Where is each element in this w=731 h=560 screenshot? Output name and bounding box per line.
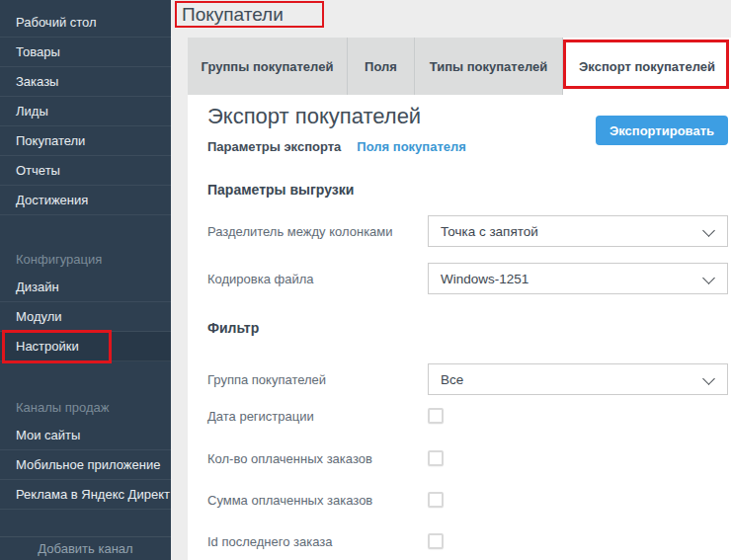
sidebar-item-orders[interactable]: Заказы <box>0 67 171 97</box>
customer-group-select-value: Все <box>441 372 463 387</box>
customer-group-select[interactable]: Все <box>428 363 728 395</box>
sidebar-spacer <box>0 215 171 245</box>
sidebar-item-settings[interactable]: Настройки <box>0 332 171 361</box>
sidebar-item-mobile-app[interactable]: Мобильное приложение <box>0 450 171 480</box>
chevron-down-icon <box>702 224 715 237</box>
registration-date-checkbox[interactable] <box>428 408 444 424</box>
form-row: Дата регистрации <box>207 408 728 424</box>
tab-customer-export[interactable]: Экспорт покупателей <box>563 38 731 95</box>
separator-select[interactable]: Точка с запятой <box>428 215 728 247</box>
form-row: Id последнего заказа <box>207 533 728 549</box>
chevron-down-icon <box>702 272 715 284</box>
form-row: Группа покупателей Все <box>207 363 728 395</box>
paid-orders-count-checkbox[interactable] <box>428 450 444 466</box>
sidebar: Рабочий стол Товары Заказы Лиды Покупате… <box>0 0 171 560</box>
tab-customer-types[interactable]: Типы покупателей <box>415 38 563 95</box>
sidebar-item-leads[interactable]: Лиды <box>0 97 171 126</box>
subnav-link-customer-fields[interactable]: Поля покупателя <box>357 139 465 154</box>
content-panel: Экспорт покупателей Параметры экспорта П… <box>188 95 731 560</box>
export-button[interactable]: Экспортировать <box>596 116 728 145</box>
sidebar-item-reports[interactable]: Отчеты <box>0 156 171 186</box>
separator-select-value: Точка с запятой <box>441 224 538 239</box>
sidebar-section-sales-channels: Каналы продаж <box>0 393 171 421</box>
sidebar-item-modules[interactable]: Модули <box>0 302 171 332</box>
content-heading: Экспорт покупателей <box>207 103 421 130</box>
field-label-paid-orders-sum: Сумма оплаченных заказов <box>207 493 428 508</box>
sidebar-item-customers[interactable]: Покупатели <box>0 126 171 156</box>
field-label-last-order-id: Id последнего заказа <box>207 534 428 549</box>
sidebar-item-my-sites[interactable]: Мои сайты <box>0 421 171 450</box>
form-row: Сумма оплаченных заказов <box>207 492 728 508</box>
paid-orders-sum-checkbox[interactable] <box>428 492 444 508</box>
encoding-select[interactable]: Windows-1251 <box>428 263 728 294</box>
field-label-paid-orders-count: Кол-во оплаченных заказов <box>207 451 428 466</box>
field-label-registration-date: Дата регистрации <box>207 409 428 424</box>
page-title: Покупатели <box>182 4 284 26</box>
sidebar-item-achievements[interactable]: Достижения <box>0 186 171 215</box>
form-row: Кол-во оплаченных заказов <box>207 450 728 466</box>
field-label-customer-group: Группа покупателей <box>207 372 428 387</box>
field-label-separator: Разделитель между колонками <box>207 224 428 239</box>
sidebar-item-yandex-direct[interactable]: Реклама в Яндекс Директ <box>0 480 171 510</box>
last-order-id-checkbox[interactable] <box>428 533 444 549</box>
form-row: Кодировка файла Windows-1251 <box>207 263 728 294</box>
chevron-down-icon <box>702 372 715 385</box>
sidebar-item-desktop[interactable]: Рабочий стол <box>0 8 171 38</box>
section-title-filter: Фильтр <box>207 320 259 336</box>
form-row: Разделитель между колонками Точка с запя… <box>207 215 728 247</box>
sidebar-item-design[interactable]: Дизайн <box>0 273 171 302</box>
encoding-select-value: Windows-1251 <box>441 272 528 286</box>
sidebar-section-configuration: Конфигурация <box>0 245 171 273</box>
tab-bar: Группы покупателей Поля Типы покупателей… <box>188 38 731 95</box>
tab-customer-groups[interactable]: Группы покупателей <box>188 38 348 95</box>
subnav: Параметры экспорта Поля покупателя <box>207 139 466 154</box>
sidebar-spacer <box>0 361 171 393</box>
field-label-encoding: Кодировка файла <box>207 272 428 286</box>
subnav-link-export-params[interactable]: Параметры экспорта <box>207 139 341 154</box>
section-title-export-params: Параметры выгрузки <box>207 182 354 198</box>
tab-fields[interactable]: Поля <box>348 38 415 95</box>
sidebar-item-products[interactable]: Товары <box>0 38 171 67</box>
add-channel-button[interactable]: Добавить канал <box>0 536 171 560</box>
